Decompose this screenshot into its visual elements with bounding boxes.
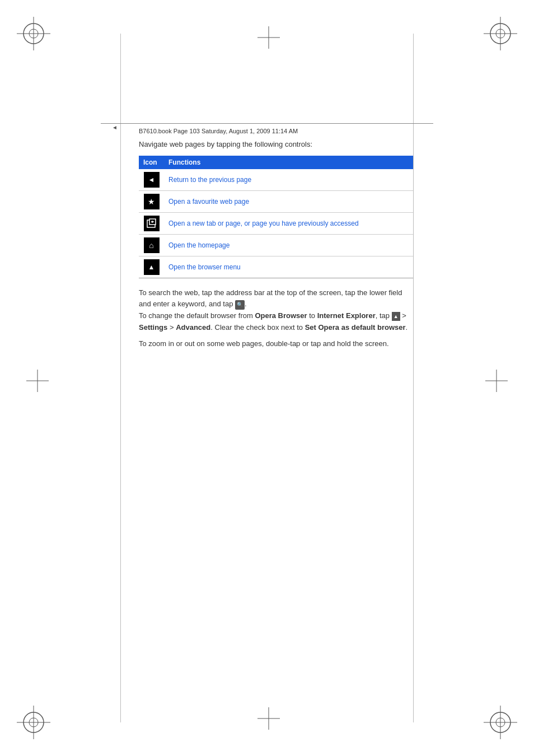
mid-left-cross <box>26 370 49 392</box>
opera-browser-label: Opera Browser <box>255 311 307 320</box>
table-row: ▲ Open the browser menu <box>139 256 413 278</box>
corner-registration-tr <box>484 17 517 50</box>
function-cell-home: Open the homepage <box>164 234 413 256</box>
vertical-line-right <box>413 34 414 722</box>
corner-registration-bl <box>17 706 50 739</box>
header-left-arrow: ◄ <box>112 124 118 130</box>
corner-registration-br <box>484 706 517 739</box>
header-info: B7610.book Page 103 Saturday, August 1, … <box>139 128 298 134</box>
navigation-table: Icon Functions ◄ Return to the previous … <box>139 156 413 278</box>
table-row: Open a new tab or page, or page you have… <box>139 212 413 234</box>
function-cell-star: Open a favourite web page <box>164 190 413 212</box>
vertical-line-left <box>120 34 121 722</box>
table-row: ◄ Return to the previous page <box>139 169 413 191</box>
settings-label: Settings <box>139 323 167 332</box>
advanced-label: Advanced <box>176 323 210 332</box>
icon-cell-newtab <box>139 212 164 234</box>
main-content: Navigate web pages by tapping the follow… <box>139 139 413 354</box>
newtab-icon <box>144 216 160 231</box>
table-header-row: Icon Functions <box>139 156 413 169</box>
menu-icon-inline: ▲ <box>392 312 400 321</box>
paragraph-search: To search the web, tap the address bar a… <box>139 287 413 334</box>
mid-right-cross <box>485 370 508 392</box>
home-icon: ⌂ <box>144 237 160 253</box>
mid-top-cross <box>257 26 280 49</box>
function-cell-menu: Open the browser menu <box>164 256 413 278</box>
mid-bottom-cross <box>257 707 280 730</box>
search-icon-inline: 🔍 <box>235 300 245 309</box>
icon-cell-star: ★ <box>139 190 164 212</box>
set-opera-label: Set Opera as default browser <box>305 323 406 332</box>
col-header-icon: Icon <box>139 156 164 169</box>
icon-cell-back: ◄ <box>139 169 164 191</box>
function-cell-back: Return to the previous page <box>164 169 413 191</box>
intro-text: Navigate web pages by tapping the follow… <box>139 139 413 150</box>
icon-cell-menu: ▲ <box>139 256 164 278</box>
table-row: ⌂ Open the homepage <box>139 234 413 256</box>
menu-arrow-icon: ▲ <box>144 259 160 275</box>
function-cell-newtab: Open a new tab or page, or page you have… <box>164 212 413 234</box>
table-row: ★ Open a favourite web page <box>139 190 413 212</box>
back-arrow-icon: ◄ <box>144 172 160 188</box>
star-icon: ★ <box>144 194 160 209</box>
header-rule <box>101 123 433 124</box>
col-header-functions: Functions <box>164 156 413 169</box>
corner-registration-tl <box>17 17 50 50</box>
icon-cell-home: ⌂ <box>139 234 164 256</box>
ie-label: Internet Explorer <box>317 311 376 320</box>
paragraph-zoom: To zoom in or out on some web pages, dou… <box>139 338 413 350</box>
